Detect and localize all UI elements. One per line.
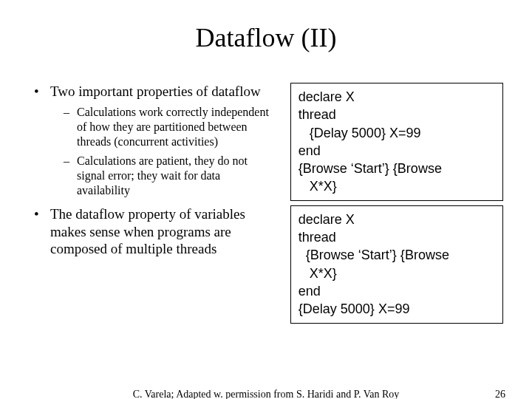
bullet-1-text: Two important properties of dataflow	[50, 83, 261, 99]
code-box-1: declare X thread {Delay 5000} X=99 end {…	[290, 83, 503, 201]
left-column: Two important properties of dataflow Cal…	[30, 83, 276, 328]
code-box-2: declare X thread {Browse ‘Start’} {Brows…	[290, 205, 503, 324]
sub-bullet-1-1: Calculations work correctly independent …	[64, 105, 276, 149]
slide: Dataflow (II) Two important properties o…	[0, 0, 532, 399]
bullet-2-text: The dataflow property of variables makes…	[50, 206, 245, 257]
bullet-list: Two important properties of dataflow Cal…	[30, 83, 276, 258]
content-columns: Two important properties of dataflow Cal…	[30, 83, 502, 328]
sub-bullet-list-1: Calculations work correctly independent …	[50, 105, 276, 198]
bullet-1: Two important properties of dataflow Cal…	[30, 83, 276, 198]
footer-credit: C. Varela; Adapted w. permission from S.…	[0, 389, 532, 399]
sub-bullet-1-2: Calculations are patient, they do not si…	[64, 154, 276, 198]
slide-title: Dataflow (II)	[30, 22, 502, 53]
footer-page-number: 26	[495, 389, 505, 399]
bullet-2: The dataflow property of variables makes…	[30, 205, 276, 258]
right-column: declare X thread {Delay 5000} X=99 end {…	[290, 83, 503, 328]
